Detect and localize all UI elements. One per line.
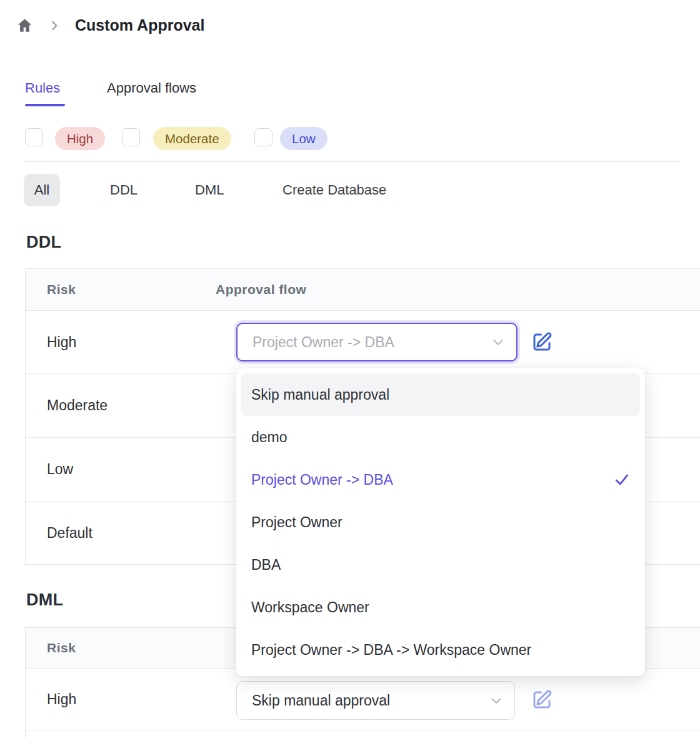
- dropdown-item-project-owner[interactable]: Project Owner: [241, 501, 640, 543]
- approval-flow-select-ddl-high[interactable]: Project Owner -> DBA: [236, 323, 518, 361]
- badge-high[interactable]: High: [55, 127, 105, 150]
- section-heading-dml: DML: [26, 590, 63, 610]
- dropdown-item-label: Project Owner -> DBA: [251, 472, 393, 488]
- dropdown-item-dba[interactable]: DBA: [241, 543, 640, 586]
- column-header-risk: Risk: [26, 282, 216, 297]
- column-header-approval-flow: Approval flow: [216, 282, 306, 297]
- filter-divider: [25, 161, 680, 162]
- select-value: Skip manual approval: [252, 692, 390, 709]
- dropdown-item-demo[interactable]: demo: [241, 416, 640, 458]
- edit-approval-flow-button-dml-high[interactable]: [531, 689, 553, 711]
- category-tab-all[interactable]: All: [24, 174, 60, 206]
- chevron-down-icon: [490, 334, 506, 350]
- chevron-down-icon: [488, 692, 504, 709]
- edit-pencil-icon: [531, 702, 553, 713]
- approval-flow-select-dml-high[interactable]: Skip manual approval: [236, 681, 515, 720]
- custom-approval-page: Custom Approval Rules Approval flows Hig…: [0, 0, 700, 738]
- risk-cell: High: [26, 691, 76, 708]
- tab-rules[interactable]: Rules: [25, 80, 60, 96]
- active-tab-underline: [25, 104, 65, 106]
- checkbox-moderate[interactable]: [122, 128, 140, 146]
- badge-low[interactable]: Low: [280, 127, 328, 150]
- checkbox-low[interactable]: [254, 128, 272, 146]
- category-tab-dml[interactable]: DML: [195, 182, 224, 198]
- check-icon: [614, 472, 630, 488]
- ddl-table-header: Risk Approval flow: [26, 269, 700, 311]
- risk-cell: Default: [26, 525, 92, 542]
- checkbox-high[interactable]: [25, 128, 43, 146]
- page-title: Custom Approval: [75, 16, 204, 34]
- dropdown-item-project-owner-dba-workspace-owner[interactable]: Project Owner -> DBA -> Workspace Owner: [241, 629, 640, 671]
- category-tab-ddl[interactable]: DDL: [110, 182, 138, 198]
- dropdown-item-project-owner-dba[interactable]: Project Owner -> DBA: [241, 458, 640, 501]
- dropdown-item-workspace-owner[interactable]: Workspace Owner: [241, 586, 640, 629]
- category-tab-create-database[interactable]: Create Database: [282, 182, 386, 198]
- tab-approval-flows[interactable]: Approval flows: [107, 80, 196, 96]
- edit-approval-flow-button-ddl-high[interactable]: [531, 331, 553, 353]
- breadcrumb-home-button[interactable]: [16, 17, 33, 34]
- column-header-risk: Risk: [26, 640, 216, 655]
- home-icon: [16, 25, 33, 36]
- approval-flow-dropdown-menu: Skip manual approval demo Project Owner …: [236, 368, 645, 676]
- section-heading-ddl: DDL: [26, 233, 61, 252]
- risk-cell: Moderate: [26, 397, 108, 414]
- breadcrumb-chevron-icon: [48, 19, 61, 33]
- risk-cell: High: [26, 334, 76, 351]
- badge-moderate[interactable]: Moderate: [153, 127, 231, 150]
- select-value: Project Owner -> DBA: [252, 334, 394, 351]
- dropdown-item-skip-manual-approval[interactable]: Skip manual approval: [241, 373, 640, 416]
- risk-cell: Low: [26, 461, 73, 478]
- edit-pencil-icon: [531, 345, 553, 355]
- table-row-partial: [26, 730, 700, 738]
